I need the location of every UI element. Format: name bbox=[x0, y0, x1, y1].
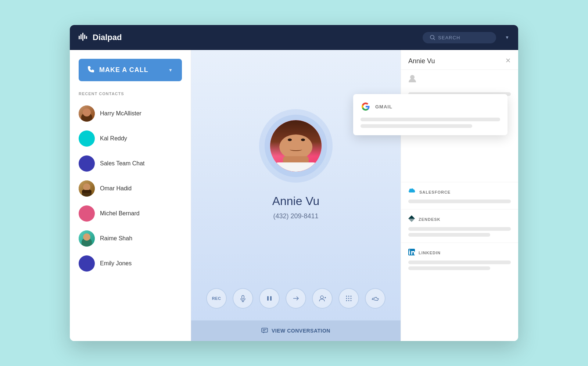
contact-name: Emily Jones bbox=[100, 260, 132, 267]
transfer-button[interactable] bbox=[286, 288, 306, 309]
linkedin-label: LINKEDIN bbox=[419, 251, 441, 255]
svg-point-16 bbox=[348, 296, 349, 297]
right-panel-header: Annie Vu ✕ bbox=[401, 50, 518, 70]
header-dropdown-icon[interactable]: ▼ bbox=[505, 35, 509, 40]
list-item[interactable]: Raime Shah bbox=[70, 226, 191, 251]
hold-button[interactable] bbox=[259, 288, 280, 309]
close-button[interactable]: ✕ bbox=[505, 57, 511, 64]
avatar bbox=[79, 155, 95, 172]
svg-line-6 bbox=[434, 39, 435, 40]
svg-rect-4 bbox=[86, 36, 87, 39]
salesforce-section: SALESFORCE bbox=[401, 182, 518, 209]
avatar bbox=[79, 105, 95, 122]
right-panel: Annie Vu ✕ bbox=[401, 50, 518, 341]
caller-area: Annie Vu (432) 209-8411 bbox=[259, 50, 333, 279]
svg-point-22 bbox=[348, 300, 349, 301]
view-conversation-label: VIEW CONVERSATION bbox=[272, 328, 330, 334]
list-item[interactable]: Sales Team Chat bbox=[70, 151, 191, 176]
make-call-chevron: ▼ bbox=[168, 68, 173, 73]
make-call-button[interactable]: MAKE A CALL ▼ bbox=[79, 59, 182, 81]
svg-rect-10 bbox=[267, 296, 269, 301]
linkedin-icon bbox=[408, 249, 415, 257]
caller-avatar-wrapper bbox=[259, 109, 333, 183]
svg-point-23 bbox=[351, 300, 352, 301]
contact-name: Omar Hadid bbox=[100, 185, 132, 192]
recent-contacts-label: RECENT CONTACTS bbox=[70, 92, 191, 101]
svg-point-30 bbox=[409, 250, 410, 251]
svg-point-21 bbox=[346, 300, 347, 301]
app-window: Dialpad SEARCH ▼ MAKE A CALL ▼ R bbox=[70, 25, 518, 341]
skeleton-line bbox=[361, 124, 472, 128]
caller-avatar bbox=[270, 120, 322, 172]
gmail-header: GMAIL bbox=[361, 101, 500, 112]
skeleton-line bbox=[408, 233, 490, 237]
logo-icon bbox=[79, 33, 89, 43]
linkedin-section: LINKEDIN bbox=[401, 243, 518, 276]
skeleton-line bbox=[408, 200, 511, 203]
gmail-icon bbox=[361, 101, 371, 112]
svg-point-19 bbox=[348, 298, 349, 299]
search-placeholder: SEARCH bbox=[438, 35, 460, 40]
svg-point-20 bbox=[351, 298, 352, 299]
linkedin-header: LINKEDIN bbox=[408, 249, 511, 257]
logo: Dialpad bbox=[79, 33, 122, 43]
svg-point-18 bbox=[346, 298, 347, 299]
skeleton-line bbox=[408, 227, 511, 231]
list-item[interactable]: Harry McAllister bbox=[70, 101, 191, 126]
zendesk-skeletons bbox=[408, 227, 511, 237]
center-panel: Annie Vu (432) 209-8411 REC bbox=[191, 50, 401, 341]
call-controls: REC bbox=[206, 279, 386, 320]
contact-name: Michel Bernard bbox=[100, 210, 140, 217]
contact-name: Kal Reddy bbox=[100, 135, 127, 142]
keypad-button[interactable] bbox=[338, 288, 359, 309]
salesforce-icon bbox=[408, 188, 416, 196]
list-item[interactable]: Michel Bernard bbox=[70, 201, 191, 226]
svg-rect-7 bbox=[242, 295, 244, 299]
gmail-card: GMAIL bbox=[353, 94, 508, 135]
contact-name: Harry McAllister bbox=[100, 110, 141, 117]
right-panel-contact-name: Annie Vu bbox=[408, 57, 435, 65]
sidebar: MAKE A CALL ▼ RECENT CONTACTS Harry McAl… bbox=[70, 50, 191, 341]
avatar bbox=[79, 130, 95, 147]
svg-rect-11 bbox=[270, 296, 272, 301]
zendesk-section: ZENDESK bbox=[401, 209, 518, 243]
main-area: MAKE A CALL ▼ RECENT CONTACTS Harry McAl… bbox=[70, 50, 518, 341]
record-label: REC bbox=[212, 296, 221, 301]
svg-point-17 bbox=[351, 296, 352, 297]
gmail-skeleton bbox=[361, 118, 500, 128]
salesforce-label: SALESFORCE bbox=[419, 190, 451, 194]
hangup-button[interactable] bbox=[365, 288, 386, 309]
contact-name: Sales Team Chat bbox=[100, 160, 145, 167]
zendesk-icon bbox=[408, 215, 415, 223]
linkedin-skeletons bbox=[408, 261, 511, 270]
search-bar[interactable]: SEARCH bbox=[423, 32, 496, 43]
add-participant-button[interactable] bbox=[312, 288, 333, 309]
mute-button[interactable] bbox=[233, 288, 253, 309]
svg-point-12 bbox=[320, 296, 323, 299]
avatar bbox=[79, 205, 95, 222]
list-item[interactable]: Omar Hadid bbox=[70, 176, 191, 201]
svg-rect-29 bbox=[409, 251, 410, 255]
svg-rect-0 bbox=[79, 36, 80, 39]
zendesk-header: ZENDESK bbox=[408, 215, 511, 223]
record-button[interactable]: REC bbox=[206, 288, 227, 309]
list-item[interactable]: Emily Jones bbox=[70, 251, 191, 276]
list-item[interactable]: Kal Reddy bbox=[70, 126, 191, 151]
skeleton-line bbox=[361, 118, 500, 121]
skeleton-line bbox=[408, 266, 490, 270]
gmail-label: GMAIL bbox=[375, 104, 392, 110]
phone-icon bbox=[87, 65, 95, 75]
make-call-label: MAKE A CALL bbox=[99, 66, 148, 74]
logo-text: Dialpad bbox=[93, 33, 122, 42]
panel-contact-icon bbox=[401, 70, 518, 89]
avatar bbox=[79, 255, 95, 272]
svg-rect-3 bbox=[84, 35, 85, 39]
svg-rect-2 bbox=[82, 33, 83, 41]
header: Dialpad SEARCH ▼ bbox=[70, 25, 518, 50]
salesforce-header: SALESFORCE bbox=[408, 188, 511, 196]
view-conversation-bar[interactable]: VIEW CONVERSATION bbox=[191, 320, 401, 341]
svg-rect-24 bbox=[262, 328, 268, 332]
contact-name: Raime Shah bbox=[100, 235, 132, 242]
skeleton-line bbox=[408, 261, 511, 264]
contact-list: Harry McAllister Kal Reddy Sales Team Ch… bbox=[70, 101, 191, 341]
